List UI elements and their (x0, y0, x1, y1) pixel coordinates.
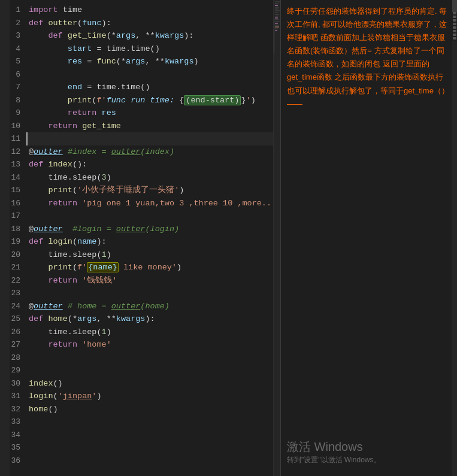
code-line-19: def login(name): (26, 235, 273, 248)
line-num-31: 31 (10, 390, 24, 403)
code-line-2: def outter(func): (26, 17, 273, 30)
code-line-11 (26, 132, 273, 145)
code-line-20: time.sleep(1) (26, 248, 273, 262)
line-num-10: 10 (10, 120, 24, 133)
code-line-8: print(f'func run time: {(end-start)}') (26, 94, 273, 107)
line-num-17: 17 (10, 210, 24, 223)
code-line-26: time.sleep(1) (26, 326, 273, 339)
code-line-30: index() (26, 377, 273, 390)
line-num-11: 11 (10, 132, 24, 145)
code-line-13: def index(): (26, 158, 273, 171)
line-num-32: 32 (10, 403, 24, 416)
line-num-15: 15 (10, 184, 24, 197)
windows-activation: 激活 Windows 转到"设置"以激活 Windows。 (287, 439, 381, 465)
right-panel-scrollbar (452, 0, 457, 476)
code-line-24: @outter # home = outter(home) (26, 300, 273, 313)
code-line-25: def home(*args, **kwargs): (26, 313, 273, 326)
code-line-27: return 'home' (26, 338, 273, 351)
vertical-scrollbar[interactable] (273, 0, 280, 476)
code-line-3: def get_time(*args, **kwargs): (26, 29, 273, 43)
line-num-19: 19 (10, 235, 24, 248)
minimap (274, 0, 280, 476)
line-num-12: 12 (10, 145, 24, 159)
line-num-28: 28 (10, 351, 24, 365)
code-line-23 (26, 287, 273, 300)
editor-window: 1 2 3 4 5 6 7 8 9 10 11 12 13 14 15 16 1… (0, 0, 457, 476)
code-line-28 (26, 351, 273, 365)
code-line-32: home() (26, 403, 273, 416)
code-area: 1 2 3 4 5 6 7 8 9 10 11 12 13 14 15 16 1… (10, 0, 273, 476)
line-num-13: 13 (10, 158, 24, 171)
line-num-14: 14 (10, 171, 24, 184)
code-line-15: print('小伙子终于睡成了一头猪') (26, 184, 273, 197)
code-line-9: return res (26, 107, 273, 120)
code-line-7: end = time.time() (26, 81, 273, 94)
line-num-36: 36 (10, 454, 24, 468)
line-num-1: 1 (10, 4, 24, 17)
line-num-35: 35 (10, 441, 24, 454)
code-line-1: import time (26, 4, 273, 17)
code-line-4: start = time.time() (26, 43, 273, 56)
line-num-25: 25 (10, 313, 24, 326)
fold-gutter (0, 0, 10, 476)
line-num-18: 18 (10, 223, 24, 236)
activation-subtitle: 转到"设置"以激活 Windows。 (287, 455, 381, 465)
line-num-9: 9 (10, 107, 24, 120)
code-line-31: login('jinpan') (26, 390, 273, 403)
code-line-22: return '钱钱钱' (26, 274, 273, 287)
code-line-29 (26, 364, 273, 377)
line-num-6: 6 (10, 68, 24, 81)
code-line-17 (26, 210, 273, 223)
code-line-10: return get_time (26, 120, 273, 133)
annotation-panel: 终于任劳任怨的装饰器得到了程序员的肯定. 每次工作前, 都可以给他漂亮的糖果衣服… (280, 0, 457, 476)
line-num-27: 27 (10, 338, 24, 351)
line-num-16: 16 (10, 197, 24, 210)
line-num-23: 23 (10, 287, 24, 300)
line-num-26: 26 (10, 326, 24, 339)
line-num-7: 7 (10, 81, 24, 94)
line-num-2: 2 (10, 17, 24, 30)
line-num-3: 3 (10, 29, 24, 43)
code-body[interactable]: import time def outter(func): def get_ti… (26, 0, 273, 476)
annotation-text: 终于任劳任怨的装饰器得到了程序员的肯定. 每次工作前, 都可以给他漂亮的糖果衣服… (287, 5, 451, 111)
line-num-24: 24 (10, 300, 24, 313)
line-num-30: 30 (10, 377, 24, 390)
code-line-12: @outter #index = outter(index) (26, 145, 273, 159)
code-line-5: res = func(*args, **kwargs) (26, 55, 273, 68)
code-line-6 (26, 68, 273, 81)
line-num-29: 29 (10, 364, 24, 377)
line-num-5: 5 (10, 55, 24, 68)
code-line-21: print(f'{name} like money') (26, 261, 273, 274)
line-num-4: 4 (10, 43, 24, 56)
line-num-34: 34 (10, 429, 24, 442)
code-line-14: time.sleep(3) (26, 171, 273, 184)
activation-title: 激活 Windows (287, 439, 381, 455)
line-num-33: 33 (10, 416, 24, 429)
line-num-20: 20 (10, 248, 24, 262)
code-line-16: return 'pig one 1 yuan,two 3 ,three 10 ,… (26, 197, 273, 210)
line-numbers: 1 2 3 4 5 6 7 8 9 10 11 12 13 14 15 16 1… (10, 0, 26, 476)
code-line-18: @outter #login = outter(login) (26, 223, 273, 236)
line-num-8: 8 (10, 94, 24, 107)
line-num-21: 21 (10, 261, 24, 274)
line-num-22: 22 (10, 274, 24, 287)
